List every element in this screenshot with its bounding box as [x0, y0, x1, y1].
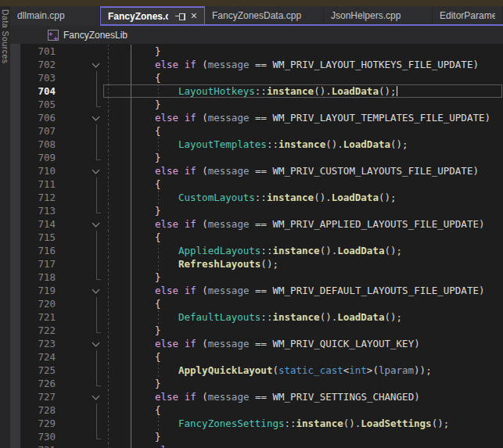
code-line-731[interactable]: 731else: [10, 443, 503, 448]
line-number[interactable]: 706: [23, 111, 56, 124]
code-line-726[interactable]: 726}: [10, 377, 503, 390]
line-number[interactable]: 722: [23, 324, 56, 337]
pin-icon[interactable]: [175, 11, 185, 21]
line-number[interactable]: 712: [23, 191, 56, 204]
fold-collapse-chevron-icon[interactable]: [91, 217, 103, 231]
code-line-714[interactable]: 714else if (message == WM_PRIV_APPLIED_L…: [10, 217, 503, 231]
line-number[interactable]: 703: [23, 71, 56, 84]
code-text: else if (message == WM_PRIV_LAYOUT_TEMPL…: [155, 111, 490, 124]
line-number[interactable]: 715: [23, 231, 56, 244]
code-line-715[interactable]: 715{: [10, 231, 503, 244]
tab-fancyzonesdata-cpp[interactable]: FancyZonesData.cpp: [205, 6, 324, 24]
code-line-703[interactable]: 703{: [10, 71, 503, 84]
data-sources-tab-label[interactable]: Data Sources: [0, 9, 10, 64]
code-line-702[interactable]: 702else if (message == WM_PRIV_LAYOUT_HO…: [10, 58, 503, 71]
code-line-728[interactable]: 728{: [10, 403, 503, 417]
fold-collapse-chevron-icon[interactable]: [91, 164, 103, 177]
code-line-705[interactable]: 705}: [10, 98, 503, 111]
code-line-718[interactable]: 718}: [10, 271, 503, 284]
code-line-706[interactable]: 706else if (message == WM_PRIV_LAYOUT_TE…: [10, 111, 503, 124]
line-number[interactable]: 724: [23, 350, 56, 364]
line-number[interactable]: 717: [23, 257, 56, 271]
data-sources-rail[interactable]: Data Sources: [0, 6, 10, 448]
fold-collapse-chevron-icon[interactable]: [91, 390, 103, 403]
code-line-707[interactable]: 707{: [10, 124, 503, 138]
tab-fancyzones-cpp[interactable]: FancyZones.cpp×: [100, 6, 205, 24]
line-number[interactable]: 727: [23, 390, 56, 403]
line-number[interactable]: 708: [23, 138, 56, 151]
code-text: else if (message == WM_PRIV_SETTINGS_CHA…: [155, 390, 420, 403]
code-line-730[interactable]: 730}: [10, 430, 503, 443]
line-number[interactable]: 704: [23, 84, 56, 98]
line-number[interactable]: 730: [23, 430, 56, 443]
code-editor[interactable]: 701}702else if (message == WM_PRIV_LAYOU…: [10, 44, 503, 448]
indent-guide: [131, 84, 131, 98]
code-line-724[interactable]: 724{: [10, 350, 503, 364]
code-text: }: [155, 45, 161, 58]
indent-guide: [131, 177, 131, 191]
code-line-721[interactable]: 721DefaultLayouts::instance().LoadData()…: [10, 310, 503, 324]
code-line-710[interactable]: 710else if (message == WM_PRIV_CUSTOM_LA…: [10, 164, 503, 177]
code-line-729[interactable]: 729FancyZonesSettings::instance().LoadSe…: [10, 417, 503, 430]
line-number[interactable]: 720: [23, 297, 56, 310]
indent-guide: [108, 257, 109, 271]
line-number[interactable]: 719: [23, 284, 56, 297]
indent-guide: [108, 244, 109, 257]
code-line-723[interactable]: 723else if (message == WM_PRIV_QUICK_LAY…: [10, 337, 503, 350]
breadcrumb-scope[interactable]: FancyZonesLib: [63, 30, 128, 41]
tab-dllmain-cpp[interactable]: dllmain.cpp: [10, 6, 100, 24]
indent-guide: [131, 390, 131, 403]
fold-outline-mark: [91, 350, 103, 364]
code-text: }: [155, 151, 161, 164]
fold-collapse-chevron-icon[interactable]: [91, 443, 103, 448]
code-line-712[interactable]: 712CustomLayouts::instance().LoadData();: [10, 191, 503, 204]
code-line-716[interactable]: 716AppliedLayouts::instance().LoadData()…: [10, 244, 503, 257]
indent-guide: [108, 58, 109, 71]
code-line-711[interactable]: 711{: [10, 177, 503, 191]
line-number[interactable]: 731: [23, 443, 56, 448]
line-number[interactable]: 710: [23, 164, 56, 177]
line-number[interactable]: 723: [23, 337, 56, 350]
fold-outline-mark: [91, 377, 103, 390]
line-number[interactable]: 702: [23, 58, 56, 71]
fold-collapse-chevron-icon[interactable]: [91, 58, 103, 71]
line-number[interactable]: 714: [23, 217, 56, 231]
fold-collapse-chevron-icon[interactable]: [91, 111, 103, 124]
line-number[interactable]: 701: [23, 45, 56, 58]
indent-guide: [131, 217, 131, 231]
fold-outline-mark: [91, 403, 103, 417]
line-number[interactable]: 709: [23, 151, 56, 164]
line-number[interactable]: 716: [23, 244, 56, 257]
code-line-720[interactable]: 720{: [10, 297, 503, 310]
code-line-708[interactable]: 708LayoutTemplates::instance().LoadData(…: [10, 138, 503, 151]
line-number[interactable]: 721: [23, 310, 56, 324]
vs-window: Data Sources dllmain.cppFancyZones.cpp×F…: [0, 0, 503, 448]
fold-collapse-chevron-icon[interactable]: [91, 337, 103, 350]
line-number[interactable]: 726: [23, 377, 56, 390]
code-line-709[interactable]: 709}: [10, 151, 503, 164]
code-line-713[interactable]: 713}: [10, 204, 503, 217]
close-icon[interactable]: ×: [191, 11, 197, 21]
tab-jsonhelpers-cpp[interactable]: JsonHelpers.cpp: [324, 6, 433, 24]
fold-outline-mark: [91, 417, 103, 430]
fold-outline-mark: [91, 71, 103, 84]
line-number[interactable]: 718: [23, 271, 56, 284]
code-line-727[interactable]: 727else if (message == WM_PRIV_SETTINGS_…: [10, 390, 503, 403]
fold-outline-mark: [91, 324, 103, 337]
line-number[interactable]: 725: [23, 364, 56, 377]
tab-editorparamete[interactable]: EditorParamete: [433, 6, 503, 24]
line-number[interactable]: 729: [23, 417, 56, 430]
code-line-717[interactable]: 717RefreshLayouts();: [10, 257, 503, 271]
line-number[interactable]: 711: [23, 177, 56, 191]
code-line-722[interactable]: 722}: [10, 324, 503, 337]
line-number[interactable]: 705: [23, 98, 56, 111]
code-line-725[interactable]: 725ApplyQuickLayout(static_cast<int>(lpa…: [10, 364, 503, 377]
code-line-704[interactable]: 704LayoutHotkeys::instance().LoadData();: [10, 84, 503, 98]
fold-collapse-chevron-icon[interactable]: [91, 284, 103, 297]
code-line-701[interactable]: 701}: [10, 45, 503, 58]
code-line-719[interactable]: 719else if (message == WM_PRIV_DEFAULT_L…: [10, 284, 503, 297]
line-number[interactable]: 713: [23, 204, 56, 217]
line-number[interactable]: 728: [23, 403, 56, 417]
indent-guide: [131, 403, 131, 417]
line-number[interactable]: 707: [23, 124, 56, 138]
